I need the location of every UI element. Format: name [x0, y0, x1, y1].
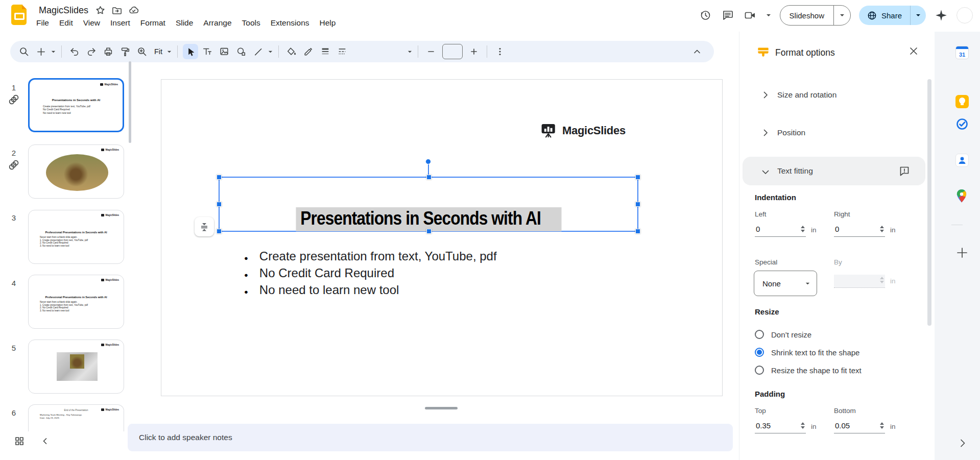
slide-thumbnail-4[interactable]: MagicSlides Professional Presentations i…: [28, 275, 124, 329]
section-size-and-rotation[interactable]: Size and rotation: [777, 90, 836, 100]
menu-help[interactable]: Help: [315, 17, 341, 29]
section-text-fitting[interactable]: Text fitting: [743, 157, 925, 185]
maps-icon[interactable]: [955, 189, 969, 202]
new-slide-dropdown-icon[interactable]: [50, 49, 56, 55]
paint-format-icon[interactable]: [117, 44, 133, 59]
slide-thumbnail-1[interactable]: MagicSlides Presentations in Seconds wit…: [28, 78, 124, 132]
print-button[interactable]: [101, 44, 116, 59]
comments-icon[interactable]: [721, 8, 735, 22]
radio-shrink-text[interactable]: Shrink text to fit the shape: [755, 348, 859, 357]
text-box-tool-icon[interactable]: [200, 44, 215, 59]
border-weight-icon[interactable]: [318, 44, 333, 59]
slide-canvas[interactable]: MagicSlides Presentations in Seconds wit…: [161, 79, 723, 396]
grid-view-icon[interactable]: [13, 435, 26, 447]
keep-icon[interactable]: [955, 95, 969, 108]
padding-bottom-input[interactable]: 0.05: [834, 420, 885, 433]
selected-text-box[interactable]: Presentations in Seconds with AI: [219, 177, 638, 232]
stepper-icon[interactable]: [801, 422, 805, 429]
search-menus-icon[interactable]: [16, 44, 32, 59]
filmstrip-scrollbar[interactable]: [129, 61, 131, 143]
move-folder-icon[interactable]: [112, 6, 122, 16]
menu-format[interactable]: Format: [136, 17, 170, 29]
slide-thumbnail-6[interactable]: MagicSlides End of the Presentation Mark…: [28, 404, 124, 431]
feedback-icon[interactable]: [899, 165, 910, 177]
autofit-indicator-button[interactable]: [195, 217, 214, 236]
chevron-right-icon[interactable]: [761, 90, 770, 100]
slide-thumbnail-3[interactable]: MagicSlides Professional Presentations i…: [28, 210, 124, 264]
stepper-icon[interactable]: [880, 226, 884, 232]
slides-logo-icon[interactable]: [11, 5, 27, 25]
indent-left-input[interactable]: 0: [755, 224, 806, 237]
resize-handle-ne[interactable]: [635, 175, 640, 180]
hide-side-panel-icon[interactable]: [957, 438, 970, 451]
fill-color-icon[interactable]: [284, 44, 299, 59]
radio-resize-shape[interactable]: Resize the shape to fit text: [755, 366, 862, 375]
insert-line-icon[interactable]: [250, 44, 266, 59]
get-add-ons-icon[interactable]: [955, 246, 969, 259]
slide-title-text[interactable]: Presentations in Seconds with AI: [296, 207, 561, 231]
star-icon[interactable]: [95, 6, 105, 16]
calendar-icon[interactable]: 31: [955, 46, 969, 59]
new-slide-button[interactable]: [33, 44, 49, 59]
transition-indicator-icon[interactable]: [8, 94, 19, 105]
transition-indicator-icon[interactable]: [8, 159, 19, 171]
menu-insert[interactable]: Insert: [106, 17, 135, 29]
hide-menus-icon[interactable]: [689, 44, 705, 59]
resize-handle-n[interactable]: [426, 175, 432, 180]
cloud-status-icon[interactable]: [129, 6, 139, 16]
zoom-fit-dropdown-icon[interactable]: [166, 49, 172, 55]
more-options-dropdown-icon[interactable]: [407, 49, 413, 55]
resize-handle-nw[interactable]: [217, 175, 222, 180]
close-panel-icon[interactable]: [907, 45, 920, 57]
radio-icon[interactable]: [755, 366, 764, 375]
radio-checked-icon[interactable]: [755, 348, 764, 357]
menu-file[interactable]: File: [32, 17, 54, 29]
zoom-in-icon[interactable]: [134, 44, 150, 59]
border-color-icon[interactable]: [301, 44, 316, 59]
canvas-horizontal-scrollbar[interactable]: [425, 407, 458, 409]
toolbar-overflow-icon[interactable]: [492, 44, 508, 59]
tasks-icon[interactable]: [955, 117, 969, 131]
chevron-right-icon[interactable]: [761, 128, 770, 137]
menu-edit[interactable]: Edit: [55, 17, 78, 29]
document-title[interactable]: MagicSlides: [39, 5, 88, 16]
value-input[interactable]: [442, 44, 463, 59]
redo-button[interactable]: [84, 44, 99, 59]
menu-arrange[interactable]: Arrange: [199, 17, 236, 29]
slide-thumbnail-5[interactable]: MagicSlides: [28, 340, 124, 394]
menu-view[interactable]: View: [79, 17, 105, 29]
resize-handle-w[interactable]: [217, 202, 222, 207]
stepper-icon[interactable]: [880, 422, 884, 429]
insert-image-icon[interactable]: [217, 44, 232, 59]
padding-top-input[interactable]: 0.35: [755, 420, 806, 433]
slide-bullet-list[interactable]: ●Create presentation from text, YouTube,…: [244, 249, 497, 300]
undo-button[interactable]: [67, 44, 82, 59]
resize-handle-se[interactable]: [635, 229, 640, 234]
contacts-icon[interactable]: [955, 154, 969, 167]
zoom-fit-label[interactable]: Fit: [151, 47, 164, 56]
increase-value-button[interactable]: [466, 44, 482, 59]
resize-handle-sw[interactable]: [217, 229, 222, 234]
indent-right-input[interactable]: 0: [834, 224, 885, 237]
rotation-handle[interactable]: [425, 159, 431, 164]
line-dropdown-icon[interactable]: [267, 49, 273, 55]
collapse-filmstrip-icon[interactable]: [39, 435, 51, 447]
panel-scrollbar[interactable]: [927, 79, 931, 326]
stepper-icon[interactable]: [801, 226, 805, 232]
speaker-notes[interactable]: Click to add speaker notes: [128, 424, 733, 451]
radio-dont-resize[interactable]: Don’t resize: [755, 330, 811, 339]
border-dash-icon[interactable]: [334, 44, 350, 59]
slide-thumbnail-2[interactable]: MagicSlides: [28, 144, 124, 199]
resize-handle-e[interactable]: [635, 202, 640, 207]
menu-slide[interactable]: Slide: [171, 17, 198, 29]
radio-icon[interactable]: [755, 330, 764, 339]
resize-handle-s[interactable]: [426, 229, 432, 234]
version-history-icon[interactable]: [698, 8, 712, 22]
insert-shape-icon[interactable]: [233, 44, 249, 59]
select-tool-button[interactable]: [183, 44, 198, 59]
menu-extensions[interactable]: Extensions: [266, 17, 314, 29]
gemini-sparkle-icon[interactable]: [934, 8, 948, 22]
special-dropdown[interactable]: None: [754, 271, 817, 296]
decrease-value-button[interactable]: [423, 44, 439, 59]
user-avatar[interactable]: [957, 7, 973, 23]
